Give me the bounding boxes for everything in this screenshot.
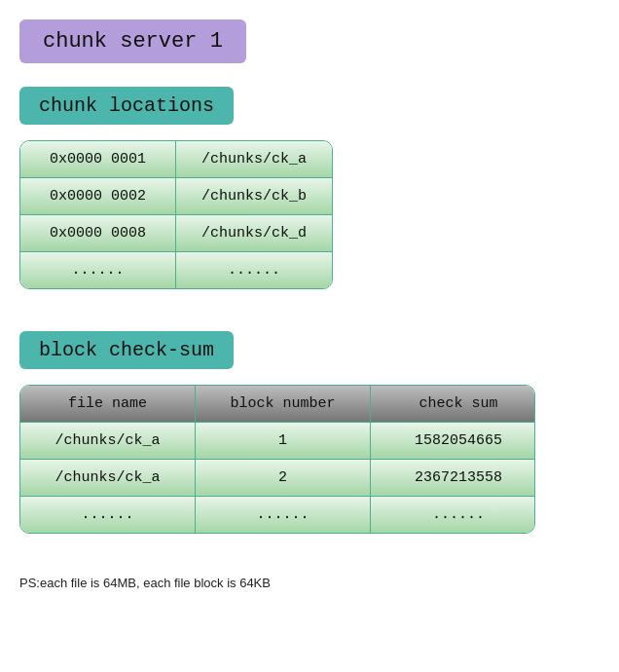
data-cell: ......: [196, 497, 371, 533]
table-row: 0x0000 0002/chunks/ck_b: [20, 178, 332, 215]
table-row: ..................: [20, 497, 534, 533]
table-row: ............: [20, 252, 332, 288]
data-cell: /chunks/ck_a: [20, 423, 196, 459]
block-checksum-section: block check-sum file nameblock numberche…: [19, 331, 600, 566]
data-cell: /chunks/ck_a: [20, 460, 196, 496]
chunk-locations-table: 0x0000 0001/chunks/ck_a0x0000 0002/chunk…: [19, 140, 333, 289]
chunk-path-cell: ......: [176, 252, 332, 288]
data-cell: ......: [371, 497, 535, 533]
data-cell: 2367213558: [371, 460, 535, 496]
block-checksum-title: block check-sum: [19, 331, 234, 369]
chunk-path-cell: /chunks/ck_a: [176, 141, 332, 177]
ps-note: PS:each file is 64MB, each file block is…: [19, 576, 600, 590]
table-row: /chunks/ck_a22367213558: [20, 460, 534, 497]
chunk-locations-title: chunk locations: [19, 87, 234, 125]
table-header-row: file nameblock numbercheck sum: [20, 386, 534, 423]
data-cell: 2: [196, 460, 371, 496]
table-row: 0x0000 0001/chunks/ck_a: [20, 141, 332, 178]
block-checksum-table: file nameblock numbercheck sum/chunks/ck…: [19, 385, 535, 534]
chunk-handle-cell: 0x0000 0002: [20, 178, 176, 214]
table-row: /chunks/ck_a11582054665: [20, 423, 534, 460]
chunk-server-title: chunk server 1: [19, 19, 246, 63]
chunk-path-cell: /chunks/ck_b: [176, 178, 332, 214]
header-cell: check sum: [371, 386, 535, 422]
table-row: 0x0000 0008/chunks/ck_d: [20, 215, 332, 252]
chunk-handle-cell: 0x0000 0001: [20, 141, 176, 177]
chunk-path-cell: /chunks/ck_d: [176, 215, 332, 251]
chunk-handle-cell: ......: [20, 252, 176, 288]
data-cell: 1582054665: [371, 423, 535, 459]
chunk-locations-section: chunk locations 0x0000 0001/chunks/ck_a0…: [19, 87, 600, 321]
chunk-handle-cell: 0x0000 0008: [20, 215, 176, 251]
header-cell: block number: [196, 386, 371, 422]
data-cell: 1: [196, 423, 371, 459]
data-cell: ......: [20, 497, 196, 533]
header-cell: file name: [20, 386, 196, 422]
